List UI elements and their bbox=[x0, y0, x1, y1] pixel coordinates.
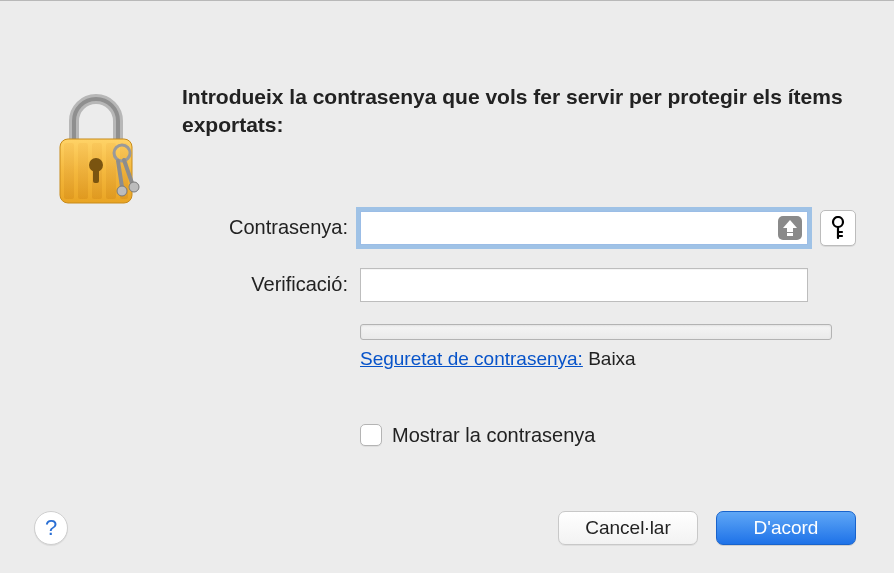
ok-button[interactable]: D'acord bbox=[716, 511, 856, 545]
key-icon bbox=[830, 216, 846, 240]
password-strength-meter bbox=[360, 324, 832, 340]
help-icon: ? bbox=[45, 515, 57, 541]
svg-point-10 bbox=[117, 186, 127, 196]
verify-row: Verificació: bbox=[182, 268, 856, 302]
svg-rect-1 bbox=[64, 143, 74, 199]
password-strength-value: Baixa bbox=[588, 348, 636, 369]
password-input[interactable] bbox=[360, 211, 808, 245]
cancel-button[interactable]: Cancel·lar bbox=[558, 511, 698, 545]
export-password-dialog: Introdueix la contrasenya que vols fer s… bbox=[0, 1, 894, 573]
password-strength-link[interactable]: Seguretat de contrasenya: bbox=[360, 348, 583, 369]
password-row: Contrasenya: bbox=[182, 210, 856, 246]
verify-input[interactable] bbox=[360, 268, 808, 302]
svg-point-9 bbox=[129, 182, 139, 192]
help-button[interactable]: ? bbox=[34, 511, 68, 545]
svg-point-11 bbox=[833, 217, 843, 227]
password-label: Contrasenya: bbox=[182, 216, 360, 239]
caps-lock-icon bbox=[778, 216, 802, 240]
svg-rect-2 bbox=[78, 143, 88, 199]
show-password-checkbox[interactable] bbox=[360, 424, 382, 446]
password-assistant-button[interactable] bbox=[820, 210, 856, 246]
verify-label: Verificació: bbox=[182, 273, 360, 296]
lock-icon bbox=[52, 85, 132, 215]
dialog-heading: Introdueix la contrasenya que vols fer s… bbox=[182, 83, 856, 140]
password-strength-label: Seguretat de contrasenya: Baixa bbox=[360, 348, 856, 370]
svg-rect-7 bbox=[93, 169, 99, 183]
show-password-label: Mostrar la contrasenya bbox=[392, 424, 595, 447]
